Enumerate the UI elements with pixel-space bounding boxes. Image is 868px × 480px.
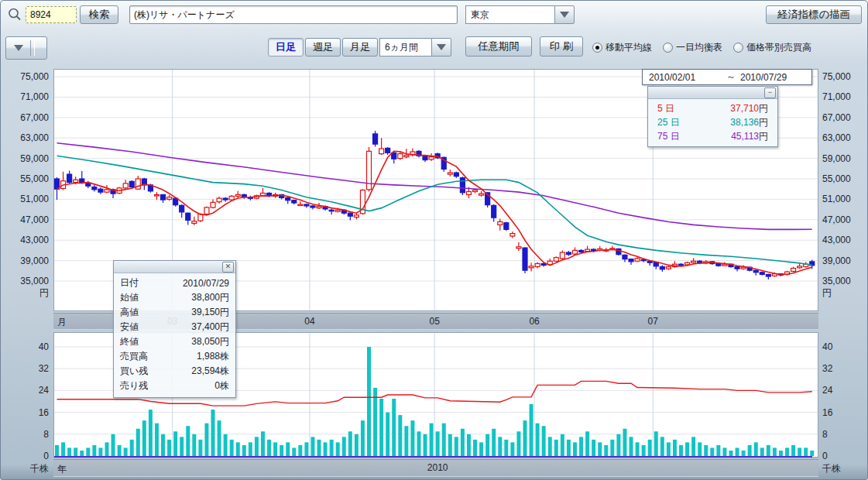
- ma-legend-row: 5 日37,710円: [648, 101, 777, 115]
- price-tick-left: 47,000: [2, 214, 49, 225]
- tooltip-rows: 日付2010/07/29始値38,800円高値39,150円安値37,400円終…: [114, 273, 235, 397]
- minimize-icon[interactable]: −: [764, 87, 776, 98]
- close-icon[interactable]: ✕: [222, 262, 234, 273]
- market-select-value: 東京: [465, 5, 554, 24]
- radio-一目均衡表[interactable]: 一目均衡表: [663, 41, 722, 54]
- period-select[interactable]: 6ヵ月間: [379, 38, 451, 57]
- price-tick-right: 75,000: [822, 71, 851, 82]
- period-select-value: 6ヵ月間: [379, 38, 431, 57]
- tooltip-row: 終値38,050円: [114, 334, 235, 349]
- ohlc-tooltip: ✕ 日付2010/07/29始値38,800円高値39,150円安値37,400…: [113, 260, 236, 398]
- radio-icon: [733, 43, 743, 53]
- price-tick-left: 51,000: [2, 194, 49, 204]
- volume-unit-left: 千株: [2, 463, 49, 474]
- price-tick-left: 39,000: [2, 255, 49, 266]
- price-tick-right: 35,000: [822, 276, 851, 286]
- volume-tick-left: 40: [2, 341, 49, 352]
- tooltip-row: 買い残23,594株: [114, 364, 235, 379]
- radio-label: 移動平均線: [606, 41, 652, 54]
- overlay-radio-group: 移動平均線一目均衡表価格帯別売買高: [592, 41, 811, 54]
- ma-legend-rows: 5 日37,710円25 日38,136円75 日45,113円: [648, 99, 777, 146]
- price-tick-left: 71,000: [2, 91, 49, 102]
- date-range-box: 2010/02/01 ～ 2010/07/29: [642, 69, 812, 85]
- price-tick-right: 59,000: [822, 153, 851, 164]
- date-range-to: 2010/07/29: [736, 72, 787, 83]
- company-name-input[interactable]: [129, 5, 458, 24]
- tab-週足[interactable]: 週足: [305, 38, 341, 57]
- price-tick-left: 59,000: [2, 153, 49, 164]
- search-icon: [7, 7, 22, 22]
- price-tick-left: 43,000: [2, 235, 49, 245]
- price-tick-left: 63,000: [2, 132, 49, 143]
- price-unit-right: 円: [822, 287, 832, 298]
- volume-tick-left: 16: [2, 407, 49, 418]
- tooltip-row: 始値38,800円: [114, 290, 235, 305]
- volume-tick-right: 32: [822, 363, 832, 374]
- period-select-arrow-button[interactable]: [431, 38, 451, 57]
- ma-legend-header[interactable]: −: [648, 87, 777, 99]
- price-tick-right: 51,000: [822, 194, 851, 204]
- price-tick-right: 47,000: [822, 214, 851, 225]
- chevron-down-icon: [437, 44, 446, 50]
- volume-tick-right: 8: [822, 429, 828, 440]
- down-triangle-icon: [14, 45, 23, 51]
- volume-tick-left: 0: [2, 451, 49, 461]
- tooltip-row: 日付2010/07/29: [114, 276, 235, 290]
- price-tick-left: 67,000: [2, 112, 49, 123]
- chart-menu-dropdown[interactable]: [5, 36, 47, 60]
- tooltip-row: 高値39,150円: [114, 305, 235, 320]
- print-button[interactable]: 印 刷: [540, 36, 583, 57]
- price-tick-right: 67,000: [822, 112, 851, 123]
- stock-code-input[interactable]: [26, 6, 77, 23]
- econ-indicator-button[interactable]: 経済指標の描画: [766, 5, 862, 24]
- volume-tick-right: 40: [822, 341, 832, 352]
- price-tick-right: 39,000: [822, 255, 851, 266]
- dropdown-grip: [30, 40, 35, 56]
- volume-tick-left: 32: [2, 363, 49, 374]
- year-axis-title: 年: [57, 463, 67, 476]
- price-tick-right: 43,000: [822, 235, 851, 245]
- price-tick-left: 35,000: [2, 276, 49, 286]
- price-tick-right: 55,000: [822, 173, 851, 184]
- radio-移動平均線[interactable]: 移動平均線: [592, 41, 652, 54]
- volume-tick-right: 16: [822, 407, 832, 418]
- tooltip-row: 安値37,400円: [114, 320, 235, 334]
- price-tick-right: 63,000: [822, 132, 851, 143]
- ma-legend-row: 75 日45,113円: [648, 129, 777, 143]
- tooltip-row: 売買高1,988株: [114, 349, 235, 364]
- date-range-from: 2010/02/01: [643, 72, 726, 83]
- tooltip-header[interactable]: ✕: [114, 261, 235, 273]
- radio-icon: [663, 43, 673, 53]
- radio-label: 一目均衡表: [676, 41, 722, 54]
- price-tick-left: 75,000: [2, 71, 49, 82]
- date-range-separator: ～: [726, 70, 736, 84]
- year-axis-strip: 年: [53, 459, 818, 477]
- custom-range-button[interactable]: 任意期間: [465, 36, 532, 57]
- timeframe-tabs: 日足週足月足: [268, 38, 378, 57]
- month-axis-title: 月: [57, 316, 67, 329]
- volume-unit-right: 千株: [822, 463, 841, 474]
- tooltip-row: 売り残0株: [114, 379, 235, 393]
- volume-tick-left: 8: [2, 429, 49, 440]
- stock-chart-window: 検索 東京 経済指標の描画 日足週足月足 6ヵ月間 任意期間 印 刷 移動平均線…: [0, 0, 868, 480]
- market-select-arrow-button[interactable]: [554, 5, 575, 24]
- ma-legend-row: 25 日38,136円: [648, 115, 777, 129]
- price-tick-left: 55,000: [2, 173, 49, 184]
- price-tick-right: 71,000: [822, 91, 851, 102]
- price-unit-left: 円: [2, 287, 49, 298]
- radio-icon: [592, 43, 602, 53]
- tab-日足[interactable]: 日足: [268, 38, 304, 57]
- radio-価格帯別売買高[interactable]: 価格帯別売買高: [733, 41, 811, 54]
- volume-tick-right: 24: [822, 385, 832, 396]
- search-button[interactable]: 検索: [80, 5, 118, 24]
- chevron-down-icon: [560, 12, 569, 18]
- tab-月足[interactable]: 月足: [342, 38, 378, 57]
- volume-tick-right: 0: [822, 451, 828, 461]
- volume-tick-left: 24: [2, 385, 49, 396]
- radio-label: 価格帯別売買高: [746, 41, 811, 54]
- ma-legend-panel: − 5 日37,710円25 日38,136円75 日45,113円: [647, 86, 778, 147]
- market-select[interactable]: 東京: [465, 5, 575, 24]
